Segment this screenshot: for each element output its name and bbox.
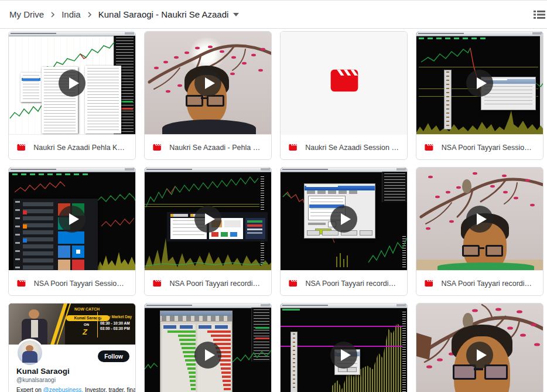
video-file-icon <box>288 279 298 288</box>
person-shirt <box>437 263 534 271</box>
video-thumbnail-twitter-profile[interactable]: NOW CATCH Kunal Saraogi ON Z Every Marke… <box>9 304 135 392</box>
play-button-icon <box>330 342 357 369</box>
file-card[interactable]: Naukri Se Azaadi - Pehla Ka... <box>144 31 272 160</box>
file-name: NSA Poori Tayyari recording... <box>441 279 535 288</box>
drawing-toolbar <box>444 70 452 129</box>
play-button-icon <box>59 206 86 233</box>
file-grid: Naukri Se Azaadi Pehla Kad... <box>0 29 547 392</box>
play-button-icon <box>59 70 86 97</box>
drive-grid-page: { "header": { "breadcrumb": { "items": [… <box>0 0 547 392</box>
play-button-icon <box>466 206 493 233</box>
play-button-icon <box>330 206 357 233</box>
file-card[interactable]: NSA Poori Tayyari recording... <box>416 167 543 296</box>
video-thumbnail-presenter-closeup[interactable] <box>416 304 543 392</box>
breadcrumb-bar: My Drive India Kunal Saraogi - Naukri Se… <box>0 1 547 29</box>
upper-magenta-line <box>281 326 402 327</box>
video-thumbnail-volume-histogram[interactable] <box>281 304 407 392</box>
dialog-button <box>347 367 357 372</box>
person-shirt <box>162 120 256 135</box>
file-card[interactable]: Naukri Se Azaadi Session 3-... <box>280 31 408 160</box>
breadcrumb-my-drive[interactable]: My Drive <box>9 9 44 19</box>
bio-link[interactable]: @zeebusiness. <box>43 387 84 392</box>
file-card[interactable] <box>280 303 408 392</box>
file-name: NSA Poori Tayyari recording... <box>305 279 399 288</box>
video-thumbnail-settings-dialog[interactable] <box>281 168 407 271</box>
profile-handle: @kunalsaraogi <box>16 377 56 383</box>
window-preview-dark <box>245 218 265 239</box>
video-thumbnail-gainers-losers[interactable] <box>145 304 271 392</box>
video-thumbnail-window-switcher[interactable] <box>145 168 271 271</box>
file-card[interactable] <box>416 303 543 392</box>
eyeglasses <box>453 364 476 380</box>
file-name: NSA Poori Tayyari recording... <box>169 279 264 288</box>
list-view-toggle-icon[interactable] <box>534 11 545 19</box>
drawing-toolbar <box>290 332 298 392</box>
dialog-button <box>322 230 339 236</box>
file-footer: Naukri Se Azaadi Pehla Kad... <box>9 135 135 160</box>
file-footer: Naukri Se Azaadi Session 3-... <box>281 135 407 160</box>
chevron-right-icon <box>50 11 56 18</box>
dialog-tabs <box>307 190 360 194</box>
profile-name: Kunal Saraogi <box>16 367 70 376</box>
file-footer: NSA Poori Tayyari Session ... <box>416 135 543 160</box>
banner-on-label: ON <box>84 323 89 326</box>
banner-time-afternoon: 03:00 - 03:30 PM <box>100 326 130 330</box>
file-footer: NSA Poori Tayyari recording... <box>416 271 543 296</box>
file-footer: NSA Poori Tayyari Session ... <box>9 271 135 296</box>
follow-button[interactable]: Follow <box>98 350 129 362</box>
video-file-icon <box>16 143 26 152</box>
file-name: Naukri Se Azaadi - Pehla Ka... <box>169 144 264 152</box>
video-thumbnail-placeholder[interactable] <box>281 32 407 135</box>
file-footer: NSA Poori Tayyari recording... <box>145 271 271 296</box>
eyeglasses <box>186 95 203 107</box>
file-card[interactable] <box>144 303 272 392</box>
tile-store <box>72 246 84 258</box>
video-thumbnail-presenter[interactable] <box>145 32 271 135</box>
tile-calendar <box>58 260 70 271</box>
context-menu-sub <box>85 66 121 134</box>
price-gain-panel <box>162 324 196 392</box>
play-button-icon <box>466 342 493 369</box>
file-name: Naukri Se Azaadi Session 3-... <box>305 144 399 152</box>
file-name: NSA Poori Tayyari Session ... <box>442 144 535 152</box>
breadcrumb-india[interactable]: India <box>61 9 81 19</box>
start-menu-rail <box>15 201 20 268</box>
breadcrumb-current-folder[interactable]: Kunal Saraogi - Naukri Se Azaadi <box>98 9 229 19</box>
video-thumbnail-presenter[interactable] <box>416 168 543 271</box>
file-card[interactable]: NSA Poori Tayyari recording... <box>280 167 408 296</box>
window-toolbar <box>160 316 232 322</box>
dialog-button <box>360 230 372 236</box>
file-card[interactable]: NSA Poori Tayyari recording... <box>144 167 272 296</box>
video-file-icon <box>152 143 162 152</box>
video-thumbnail-trading-chart-menus[interactable] <box>9 32 135 135</box>
file-name: NSA Poori Tayyari Session ... <box>34 279 128 288</box>
video-file-icon <box>288 143 298 152</box>
video-file-icon <box>424 279 433 288</box>
chevron-right-icon <box>87 11 93 18</box>
file-card[interactable]: Naukri Se Azaadi Pehla Kad... <box>8 31 136 160</box>
file-card[interactable]: NOW CATCH Kunal Saraogi ON Z Every Marke… <box>8 303 136 392</box>
banner-time-morning: 08:30 - 10:30 AM <box>100 321 130 325</box>
play-button-icon <box>466 70 493 97</box>
window-titlebar <box>281 304 407 308</box>
video-file-icon <box>152 279 162 288</box>
dialog-button <box>307 230 320 236</box>
profile-avatar <box>16 339 44 367</box>
tile-edge <box>58 231 84 244</box>
eyeglasses <box>462 245 480 257</box>
file-card[interactable]: NSA Poori Tayyari Session ... <box>8 167 136 296</box>
play-button-icon <box>194 70 221 97</box>
file-card[interactable]: NSA Poori Tayyari Session ... <box>416 31 543 160</box>
windows-start-menu <box>13 199 98 271</box>
banner-now-catch: NOW CATCH <box>74 307 100 311</box>
video-thumbnail-start-menu[interactable] <box>9 168 135 271</box>
file-footer: NSA Poori Tayyari recording... <box>281 271 407 296</box>
video-thumbnail-chart-dialog[interactable] <box>416 32 543 135</box>
file-name: Naukri Se Azaadi Pehla Kad... <box>33 144 128 152</box>
folder-dropdown-arrow-icon[interactable] <box>233 13 239 16</box>
video-file-icon <box>16 279 26 288</box>
zee-logo: Z <box>83 328 87 336</box>
video-file-icon <box>424 143 434 152</box>
start-menu-app-list <box>23 202 53 270</box>
play-button-icon <box>194 342 221 369</box>
